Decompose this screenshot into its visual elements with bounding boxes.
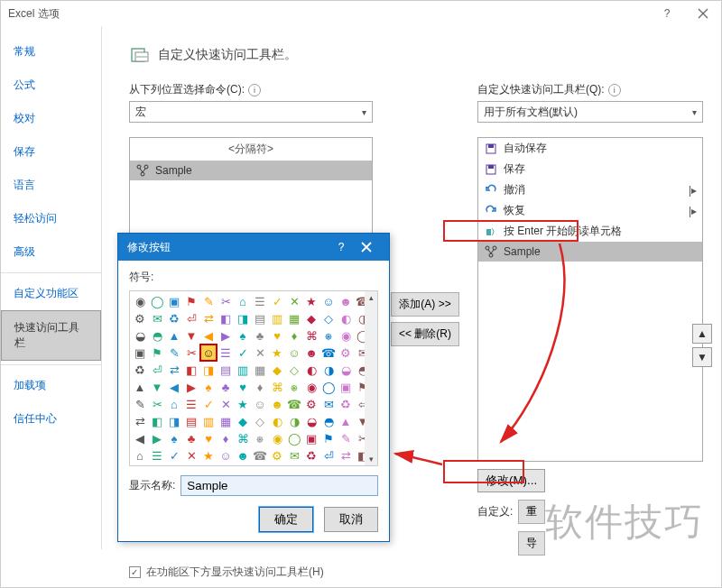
icon-cell[interactable]: ♦ (286, 327, 302, 344)
icon-cell[interactable]: ▲ (132, 379, 148, 395)
display-name-input[interactable] (180, 475, 378, 496)
icon-cell[interactable]: ▣ (166, 293, 182, 309)
icon-cell[interactable]: ◀ (132, 430, 148, 446)
icon-cell[interactable]: ◧ (149, 413, 165, 429)
icon-cell[interactable]: ▤ (252, 310, 268, 326)
icon-cell[interactable]: ✎ (166, 345, 182, 361)
icon-cell[interactable]: ▦ (286, 310, 302, 326)
nav-save[interactable]: 保存 (1, 135, 101, 169)
nav-qat[interactable]: 快速访问工具栏 (1, 310, 101, 361)
icon-cell[interactable]: ☻ (338, 293, 354, 309)
nav-addins[interactable]: 加载项 (1, 369, 101, 402)
icon-cell[interactable]: ⚑ (320, 430, 337, 446)
icon-cell[interactable]: ◇ (320, 310, 337, 326)
icon-cell[interactable]: ◓ (149, 327, 165, 344)
icon-cell[interactable]: ⏎ (149, 362, 165, 378)
remove-button[interactable]: << 删除(R) (391, 322, 459, 346)
icon-cell[interactable]: ☎ (286, 396, 302, 412)
icon-cell[interactable]: ◯ (149, 293, 165, 309)
icon-cell[interactable]: ✂ (218, 293, 234, 309)
nav-trust[interactable]: 信任中心 (1, 402, 101, 436)
icon-cell[interactable]: ♠ (200, 379, 217, 395)
icon-cell[interactable]: ♻ (166, 310, 182, 326)
icon-cell[interactable]: ⌂ (132, 447, 148, 464)
icon-cell[interactable]: ◒ (338, 362, 354, 378)
icon-cell[interactable]: ◆ (269, 362, 285, 378)
icon-cell[interactable]: ◧ (218, 310, 234, 326)
icon-cell[interactable]: ♣ (218, 379, 234, 395)
icon-cell[interactable]: ♥ (235, 379, 251, 395)
icon-cell[interactable]: ⚙ (303, 396, 319, 412)
icon-cell[interactable]: ☰ (149, 447, 165, 464)
icon-cell[interactable]: ▼ (149, 379, 165, 395)
icon-cell[interactable]: ☺ (218, 447, 234, 464)
icon-cell[interactable]: ✓ (166, 447, 182, 464)
icon-cell[interactable]: ▶ (218, 327, 234, 344)
nav-access[interactable]: 轻松访问 (1, 202, 101, 235)
icon-cell[interactable]: ⚑ (183, 293, 199, 309)
dialog-help-button[interactable]: ? (329, 241, 353, 253)
move-up-button[interactable]: ▲ (692, 324, 712, 344)
close-button[interactable] (685, 1, 721, 26)
export-button[interactable]: 导 (518, 531, 545, 556)
icon-cell[interactable]: ☺ (286, 345, 302, 361)
icon-cell[interactable]: ⇄ (132, 413, 148, 429)
icon-cell[interactable]: ☻ (303, 345, 319, 361)
icon-cell[interactable]: ☎ (252, 447, 268, 464)
icon-cell[interactable]: ◇ (286, 362, 302, 378)
nav-formulas[interactable]: 公式 (1, 69, 101, 102)
icon-cell[interactable]: ◯ (286, 430, 302, 446)
qat-listbox[interactable]: 自动保存 保存 撤消 |▸ 恢复 (477, 137, 703, 462)
icon-cell[interactable]: ☻ (269, 396, 285, 412)
icon-cell[interactable]: ✉ (320, 396, 337, 412)
icon-cell[interactable]: ☺ (200, 345, 217, 361)
icon-cell[interactable]: ⌂ (235, 293, 251, 309)
icon-cell[interactable]: ✕ (183, 447, 199, 464)
icon-cell[interactable]: ◆ (303, 310, 319, 326)
command-source-select[interactable]: 宏 (129, 101, 373, 123)
icon-cell[interactable]: ✕ (252, 345, 268, 361)
icon-cell[interactable]: ◇ (252, 413, 268, 429)
info-icon[interactable]: i (248, 84, 261, 96)
icon-cell[interactable]: ☰ (183, 396, 199, 412)
icon-cell[interactable]: ⌘ (303, 327, 319, 344)
list-item-sample[interactable]: Sample (130, 161, 372, 180)
icon-cell[interactable]: ✎ (200, 293, 217, 309)
icon-cell[interactable]: ✕ (286, 293, 302, 309)
icon-cell[interactable]: ◒ (303, 413, 319, 429)
icon-cell[interactable]: ▣ (338, 379, 354, 395)
icon-cell[interactable]: ♥ (200, 430, 217, 446)
icon-cell[interactable]: ♻ (338, 396, 354, 412)
icon-cell[interactable]: ◐ (303, 362, 319, 378)
icon-cell[interactable]: ▲ (166, 327, 182, 344)
icon-cell[interactable]: ▦ (252, 362, 268, 378)
icon-cell[interactable]: ◉ (303, 379, 319, 395)
icon-cell[interactable]: ◀ (200, 327, 217, 344)
icon-cell[interactable]: ⚙ (338, 345, 354, 361)
qat-item-undo[interactable]: 撤消 |▸ (478, 179, 702, 200)
icon-cell[interactable]: ⎈ (320, 327, 337, 344)
icon-cell[interactable]: ♻ (303, 447, 319, 464)
dialog-titlebar[interactable]: 修改按钮 ? (118, 234, 389, 261)
icon-cell[interactable]: ◐ (269, 413, 285, 429)
icon-cell[interactable]: ♦ (218, 430, 234, 446)
icon-cell[interactable]: ⌘ (235, 430, 251, 446)
icon-cell[interactable]: ▥ (200, 413, 217, 429)
icon-cell[interactable]: ◒ (132, 327, 148, 344)
icon-cell[interactable]: ♻ (132, 362, 148, 378)
cancel-button[interactable]: 取消 (324, 507, 378, 532)
chevron-up-icon[interactable]: ▴ (365, 291, 377, 304)
icon-cell[interactable]: ♣ (252, 327, 268, 344)
icon-cell[interactable]: ▲ (338, 413, 354, 429)
icon-cell[interactable]: ▼ (183, 327, 199, 344)
icon-cell[interactable]: ▶ (149, 430, 165, 446)
icon-cell[interactable]: ✕ (218, 396, 234, 412)
scrollbar[interactable]: ▴ ▾ (365, 291, 377, 465)
icon-cell[interactable]: ♦ (252, 379, 268, 395)
icon-cell[interactable]: ▥ (235, 362, 251, 378)
icon-cell[interactable]: ✓ (269, 293, 285, 309)
icon-cell[interactable]: ✂ (149, 396, 165, 412)
icon-cell[interactable]: ◨ (235, 310, 251, 326)
icon-cell[interactable]: ◉ (269, 430, 285, 446)
icon-cell[interactable]: ⇄ (338, 447, 354, 464)
